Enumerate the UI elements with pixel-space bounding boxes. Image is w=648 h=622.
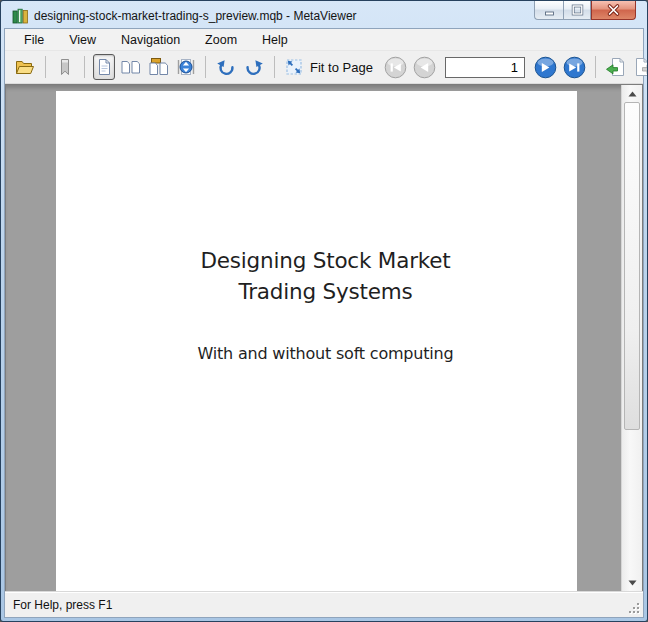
facing-pages-view-button[interactable] [119, 54, 143, 80]
next-page-button[interactable] [533, 54, 558, 80]
open-folder-icon [14, 58, 36, 76]
title-bar[interactable]: designing-stock-market-trading-s_preview… [4, 4, 644, 28]
maximize-button[interactable] [563, 1, 591, 20]
document-title-line1: Designing Stock Market [74, 245, 577, 276]
minimize-icon [543, 3, 556, 17]
document-subtitle: With and without soft computing [56, 344, 577, 363]
continuous-scroll-icon [176, 57, 196, 77]
book-view-button[interactable] [147, 54, 171, 80]
facing-pages-icon [120, 57, 142, 77]
fit-to-page-label: Fit to Page [310, 60, 373, 75]
menu-help[interactable]: Help [253, 31, 297, 49]
status-bar: For Help, press F1 [5, 591, 643, 617]
document-page: Designing Stock Market Trading Systems W… [56, 91, 577, 591]
client-frame: File View Navigation Zoom Help [4, 28, 644, 618]
rotate-left-button[interactable] [214, 54, 238, 80]
menu-zoom[interactable]: Zoom [196, 31, 246, 49]
menu-file[interactable]: File [15, 31, 53, 49]
document-title: Designing Stock Market Trading Systems [56, 245, 577, 307]
minimize-button[interactable] [534, 1, 563, 20]
status-text: For Help, press F1 [13, 598, 112, 612]
history-forward-button[interactable] [632, 54, 648, 80]
scroll-up-button[interactable] [622, 85, 642, 102]
scroll-down-button[interactable] [622, 574, 642, 591]
menu-view[interactable]: View [60, 31, 105, 49]
toolbar-separator [84, 56, 85, 78]
document-title-line2: Trading Systems [74, 276, 577, 307]
scrollbar-thumb[interactable] [624, 102, 640, 430]
last-page-icon [563, 56, 586, 79]
rotate-left-icon [215, 57, 237, 77]
toolbar-separator [205, 56, 206, 78]
previous-page-icon [413, 56, 436, 79]
book-pages-icon [148, 57, 170, 77]
menu-navigation[interactable]: Navigation [112, 31, 189, 49]
toolbar: Fit to Page [5, 51, 643, 84]
fit-to-page-button[interactable] [283, 54, 305, 80]
scroll-up-icon [628, 91, 637, 97]
metaviewer-window: designing-stock-market-trading-s_preview… [0, 0, 648, 622]
window-controls [534, 1, 636, 20]
scroll-down-icon [628, 580, 637, 586]
window-title: designing-stock-market-trading-s_preview… [34, 9, 357, 23]
last-page-button[interactable] [562, 54, 587, 80]
toolbar-separator [274, 56, 275, 78]
fit-to-page-icon [284, 57, 304, 77]
single-page-view-button[interactable] [93, 54, 115, 80]
first-page-button[interactable] [383, 54, 408, 80]
bookmark-icon [55, 57, 75, 77]
page-number-input[interactable] [445, 57, 525, 78]
history-back-button[interactable] [604, 54, 628, 80]
first-page-icon [384, 56, 407, 79]
rotate-right-icon [243, 57, 265, 77]
rotate-right-button[interactable] [242, 54, 266, 80]
toolbar-separator [45, 56, 46, 78]
single-page-icon [94, 57, 114, 77]
forward-icon [633, 57, 648, 77]
maximize-icon [571, 3, 584, 17]
menu-bar: File View Navigation Zoom Help [5, 29, 643, 51]
close-button[interactable] [591, 1, 636, 20]
bookmarks-button[interactable] [54, 54, 76, 80]
continuous-view-button[interactable] [175, 54, 197, 80]
open-file-button[interactable] [13, 54, 37, 80]
document-area[interactable]: Designing Stock Market Trading Systems W… [5, 84, 643, 591]
resize-grip[interactable] [628, 602, 641, 615]
previous-page-button[interactable] [412, 54, 437, 80]
back-icon [605, 57, 627, 77]
close-icon [606, 3, 621, 17]
vertical-scrollbar[interactable] [621, 85, 642, 591]
app-icon [12, 8, 30, 24]
next-page-icon [534, 56, 557, 79]
toolbar-separator [595, 56, 596, 78]
